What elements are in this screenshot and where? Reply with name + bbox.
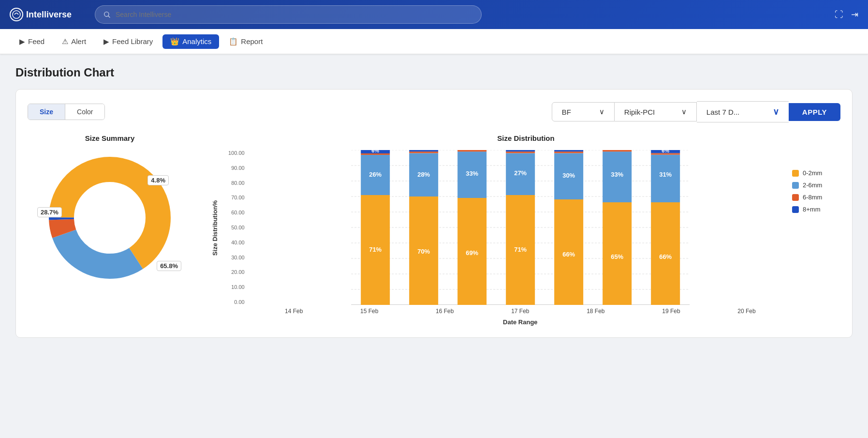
donut-label-gold: 65.8%	[157, 261, 181, 271]
nav-report-label: Report	[241, 37, 263, 45]
bar-14feb-orange	[361, 153, 390, 155]
bar-16feb-orange	[457, 150, 486, 151]
apply-button[interactable]: APPLY	[789, 103, 840, 121]
bar-label-17feb-blue: 27%	[514, 169, 527, 177]
donut-chart: 4.8% 28.7% 65.8%	[42, 150, 177, 286]
nav-item-analytics[interactable]: 👑 Analytics	[162, 34, 219, 49]
page-title: Distribution Chart	[15, 66, 853, 79]
charts-row: Size Summary	[28, 134, 840, 326]
bar-label-20feb-gold: 66%	[659, 253, 672, 260]
y-label-10: 10.00	[228, 284, 245, 290]
x-label-19feb: 19 Feb	[633, 308, 709, 315]
bar-chart-wrap: Size Distribution% 100.00 90.00 80.00 70…	[211, 150, 840, 326]
source-dropdown[interactable]: Ripik-PCI ∨	[615, 102, 697, 121]
nav-item-feed-library[interactable]: ▶ Feed Library	[96, 34, 161, 49]
alert-icon: ⚠	[62, 37, 68, 46]
header: Intelliverse ⛶ ⇥	[0, 0, 868, 29]
bar-15feb-darkblue	[409, 150, 438, 151]
legend-item-blue: 2-6mm	[792, 181, 840, 189]
tab-group: Size Color	[28, 104, 105, 120]
legend-item-darkblue: 8+mm	[792, 206, 840, 213]
search-bar[interactable]	[95, 5, 482, 24]
y-label-60: 60.00	[228, 210, 245, 215]
donut-label-orange: 4.8%	[147, 175, 169, 185]
bar-17feb-darkblue	[506, 150, 535, 151]
y-label-20: 20.00	[228, 269, 245, 275]
y-label-50: 50.00	[228, 225, 245, 230]
x-label-17feb: 17 Feb	[483, 308, 558, 315]
bar-label-20feb-blue: 31%	[659, 171, 672, 178]
bars-container: 71% 26% 6% 70% 28%	[256, 150, 784, 326]
search-icon	[103, 11, 111, 18]
feed-library-icon: ▶	[103, 37, 109, 46]
navigation: ▶ Feed ⚠ Alert ▶ Feed Library 👑 Analytic…	[0, 29, 868, 54]
x-label-20feb: 20 Feb	[709, 308, 784, 315]
header-actions: ⛶ ⇥	[835, 9, 858, 20]
donut-chart-title: Size Summary	[85, 134, 135, 142]
legend-color-darkblue	[792, 206, 799, 213]
y-axis-labels: 100.00 90.00 80.00 70.00 60.00 50.00 40.…	[228, 150, 249, 324]
dropdown-group: BF ∨ Ripik-PCI ∨ Last 7 D... ∨ APPLY	[552, 101, 840, 122]
y-label-70: 70.00	[228, 195, 245, 200]
search-input[interactable]	[116, 11, 473, 18]
donut-center	[75, 183, 145, 253]
report-icon: 📋	[229, 37, 238, 46]
legend-color-gold	[792, 170, 799, 177]
x-axis-title: Date Range	[256, 318, 784, 326]
chevron-down-icon-3: ∨	[773, 106, 779, 117]
legend: 0-2mm 2-6mm 6-8mm 8+mm	[792, 150, 840, 213]
bar-18feb-orange	[554, 151, 583, 153]
logout-button[interactable]: ⇥	[851, 9, 858, 20]
bar-label-18feb-gold: 66%	[562, 251, 575, 258]
distribution-chart-card: Size Color BF ∨ Ripik-PCI ∨ Last 7 D... …	[15, 89, 853, 338]
bar-20feb-blue	[651, 155, 680, 202]
bar-label-14feb-gold: 71%	[369, 246, 382, 253]
nav-item-alert[interactable]: ⚠ Alert	[54, 34, 94, 49]
tab-size[interactable]: Size	[28, 104, 65, 120]
date-range-dropdown[interactable]: Last 7 D... ∨	[697, 101, 789, 122]
bars-svg: 71% 26% 6% 70% 28%	[256, 150, 784, 305]
nav-feed-label: Feed	[28, 37, 44, 45]
y-label-40: 40.00	[228, 240, 245, 245]
y-label-100: 100.00	[228, 150, 245, 156]
x-label-16feb: 16 Feb	[407, 308, 483, 315]
y-label-80: 80.00	[228, 180, 245, 186]
bar-label-19feb-gold: 65%	[611, 253, 623, 260]
tab-color[interactable]: Color	[65, 104, 104, 120]
app-name: Intelliverse	[26, 10, 72, 20]
legend-item-gold: 0-2mm	[792, 169, 840, 177]
legend-label-blue: 2-6mm	[803, 181, 822, 189]
controls-row: Size Color BF ∨ Ripik-PCI ∨ Last 7 D... …	[28, 101, 840, 122]
legend-label-orange: 6-8mm	[803, 194, 822, 201]
analytics-icon: 👑	[170, 37, 179, 46]
feed-dropdown[interactable]: BF ∨	[552, 102, 615, 121]
nav-analytics-label: Analytics	[182, 37, 211, 45]
x-axis-labels: 14 Feb 15 Feb 16 Feb 17 Feb 18 Feb 19 Fe…	[256, 305, 784, 315]
bar-19feb-orange	[603, 150, 632, 151]
bar-15feb-orange	[409, 151, 438, 153]
chevron-down-icon-2: ∨	[681, 107, 687, 116]
fullscreen-button[interactable]: ⛶	[835, 10, 843, 20]
legend-item-orange: 6-8mm	[792, 194, 840, 201]
bar-label-16feb-blue: 33%	[466, 170, 478, 177]
chevron-down-icon: ∨	[599, 107, 604, 116]
x-label-14feb: 14 Feb	[256, 308, 332, 315]
bar-label-15feb-blue: 28%	[417, 171, 430, 178]
feed-icon: ▶	[19, 37, 25, 46]
bar-label-16feb-gold: 69%	[466, 249, 478, 257]
main-content: Distribution Chart Size Color BF ∨ Ripik…	[0, 54, 868, 349]
y-label-30: 30.00	[228, 255, 245, 260]
nav-item-report[interactable]: 📋 Report	[221, 34, 270, 49]
bar-label-20feb-darkblue: 6%	[662, 150, 669, 153]
legend-color-orange	[792, 194, 799, 201]
bar-label-14feb-darkblue: 6%	[371, 150, 379, 153]
nav-alert-label: Alert	[71, 37, 86, 45]
nav-item-feed[interactable]: ▶ Feed	[12, 34, 52, 49]
bar-17feb-orange	[506, 151, 535, 153]
y-label-90: 90.00	[228, 165, 245, 171]
bar-label-17feb-gold: 71%	[514, 246, 527, 253]
y-axis-title: Size Distribution%	[211, 200, 219, 256]
logo-icon	[10, 8, 23, 21]
x-label-18feb: 18 Feb	[558, 308, 633, 315]
x-label-15feb: 15 Feb	[332, 308, 407, 315]
